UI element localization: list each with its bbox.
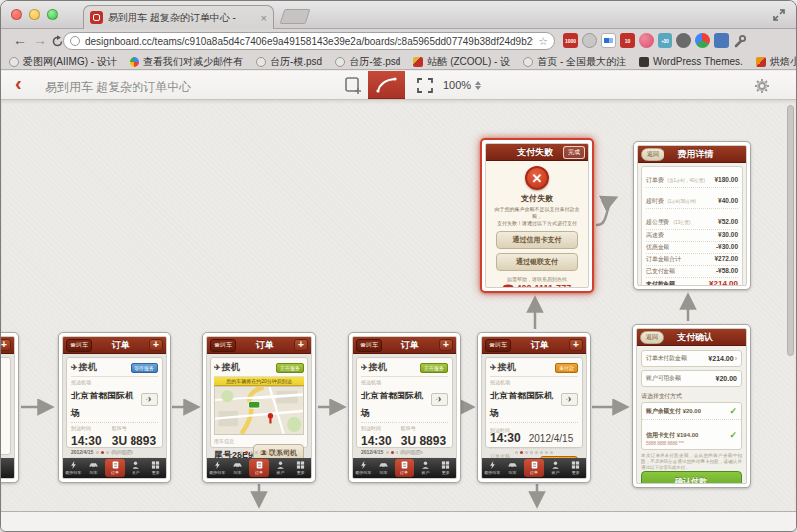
browser-tab[interactable]: 易到用车 超复杂的订单中心 - ×	[83, 5, 274, 29]
tab-account[interactable]: 账户	[415, 458, 435, 478]
new-tab-button[interactable]	[280, 9, 311, 24]
minimize-window-button[interactable]	[29, 9, 40, 20]
tab-more[interactable]: 更多	[291, 458, 311, 478]
timer-icon[interactable]: +30	[658, 33, 672, 48]
phone-frame-order-unpaid[interactable]: ☎叫车 订单 + ✈接机 未付款 抵达机场 北京首都国际机场 ✈	[477, 332, 591, 483]
delicious-icon[interactable]	[601, 33, 616, 48]
hotline-number[interactable]: ☎ 400-1111-777	[503, 283, 571, 288]
tab-account[interactable]: 账户	[126, 458, 145, 478]
phone-tabbar: 最快叫车 叫车 订单 账户 更多	[63, 458, 166, 478]
add-order-button[interactable]: +	[439, 339, 453, 351]
tab-orders[interactable]: 订单	[105, 459, 125, 477]
rss-count-icon[interactable]: 1000	[563, 33, 578, 48]
bookmark-item[interactable]: 台历-模.psd	[256, 55, 322, 69]
tab-call-car[interactable]: 叫车	[373, 458, 393, 478]
zoom-window-button[interactable]	[47, 9, 58, 20]
settings-gear-button[interactable]	[754, 78, 770, 94]
forward-button[interactable]: →	[33, 32, 47, 48]
add-order-button[interactable]: +	[294, 339, 308, 351]
back-button[interactable]: 返回	[640, 331, 664, 344]
tab-more[interactable]: 更多	[566, 458, 586, 478]
tab-fast-call[interactable]: 最快叫车	[63, 458, 83, 478]
circle-icon[interactable]	[676, 33, 691, 48]
browser-window: 易到用车 超复杂的订单中心 - × ← → designboard.cc/tea…	[0, 0, 797, 532]
error-x-icon: ✕	[525, 166, 549, 190]
call-car-button[interactable]: ☎叫车	[210, 339, 236, 352]
call-car-button[interactable]: ☎叫车	[485, 339, 511, 352]
add-frame-button[interactable]	[344, 76, 363, 95]
back-button[interactable]: 返回	[641, 148, 664, 161]
phone-frame-order-map[interactable]: ☎叫车 订单 + ✈接机 正在服务 您的车辆将在约20分钟后到达	[202, 332, 316, 483]
palette-icon[interactable]	[639, 33, 654, 48]
bookmark-item[interactable]: 查看我们对减少邮件有	[130, 55, 243, 69]
add-order-button[interactable]: +	[569, 339, 583, 351]
tab-close-icon[interactable]: ×	[261, 13, 267, 23]
card-title: ✈接机	[361, 361, 387, 374]
canvas-scrollbar-thumb[interactable]	[787, 105, 794, 356]
phone-frame-partial[interactable]: ☎ +	[1, 332, 19, 483]
tab-fast-call[interactable]: 最快叫车	[482, 458, 502, 478]
arrival-time: 14:30	[490, 433, 521, 443]
bookmark-item[interactable]: 烘焙小贴士：厨房秤	[756, 55, 797, 69]
wrench-icon[interactable]	[733, 34, 747, 48]
url-bar[interactable]: designboard.cc/teams/c910a8a5d4c7406e9a4…	[63, 32, 555, 50]
tab-orders[interactable]: 订单	[249, 459, 269, 477]
tab-account[interactable]: 账户	[270, 458, 290, 478]
plane-icon: ✈	[141, 393, 158, 406]
pickup-plane-icon: ✈	[361, 363, 368, 372]
tab-more[interactable]: 更多	[146, 458, 166, 478]
tab-more[interactable]: 更多	[436, 458, 456, 478]
phone-frame-order-inservice[interactable]: ☎叫车 订单 + ✈接机 正在服务 抵达机场 北京首都国际机场 ✈	[348, 332, 461, 483]
bookmark-item[interactable]: 首页 - 全国最大的注	[523, 55, 626, 69]
phone-frame-order-waiting[interactable]: ☎叫车 订单 + ✈接机 等待服务 抵达机场 北京首都国际机场 ✈	[58, 332, 171, 483]
fee-details-screen[interactable]: 返回 费用详情 订单费 (含1小时，40公里)¥180.00 超时费 (1小时3…	[633, 141, 751, 290]
order-card[interactable]: ✈接机 未付款 抵达机场 北京首都国际机场 ✈ 到达时间 14:30	[485, 357, 583, 448]
status-badge: 正在服务	[420, 363, 448, 373]
design-canvas[interactable]: 支付失败 完成 ✕ 支付失败 由于您的账户余额不足以支付未付款金额， 支付失败！…	[1, 100, 796, 511]
order-card[interactable]: ✈接机 正在服务 抵达机场 北京首都国际机场 ✈ 到达时间 14:30 2012…	[356, 357, 453, 448]
tab-orders[interactable]: 订单	[524, 459, 544, 477]
tab-call-car[interactable]: 叫车	[502, 458, 522, 478]
map[interactable]	[214, 386, 304, 435]
order-card[interactable]: ✈接机 等待服务 抵达机场 北京首都国际机场 ✈ 到达时间 14:30 2012…	[66, 357, 163, 448]
tab-account[interactable]: 账户	[545, 458, 565, 478]
confirm-pay-button[interactable]: 确认付款	[641, 471, 742, 484]
colorwheel-icon[interactable]	[695, 33, 710, 48]
back-button[interactable]: ←	[13, 32, 27, 48]
mail-count-icon[interactable]: 10	[620, 33, 635, 48]
zoom-stepper[interactable]	[475, 81, 481, 90]
bookmark-item[interactable]: 台历-签.psd	[335, 55, 400, 69]
board-back-button[interactable]: ‹	[15, 72, 22, 95]
fullscreen-tool-button[interactable]	[417, 78, 433, 93]
order-card[interactable]: ✈接机 正在服务 您的车辆将在约20分钟后到达	[210, 357, 308, 448]
screen-title: 订单	[513, 339, 567, 352]
unpaid-amount-row[interactable]: 订单未付款金额 ¥214.00›	[641, 350, 742, 367]
globe-icon	[523, 57, 533, 67]
pay-by-credit-card-button[interactable]: 通过信用卡支付	[496, 231, 579, 249]
bookmark-item[interactable]: 爱图网(AIIMG) - 设计	[9, 55, 117, 69]
close-window-button[interactable]	[11, 9, 22, 20]
tab-call-car[interactable]: 叫车	[83, 458, 103, 478]
add-order-button[interactable]: +	[149, 339, 163, 351]
bookmark-star-icon[interactable]: ☆	[538, 35, 548, 48]
bookmark-item[interactable]: WordPress Themes.	[639, 56, 743, 67]
balance-pay-option[interactable]: 账户余额支付 ¥20.00 ✓	[642, 403, 741, 420]
tab-call-car[interactable]: 叫车	[227, 458, 247, 478]
phone-frame-pay-confirm[interactable]: 返回 支付确认 订单未付款金额 ¥214.00› 账户可用余额 ¥20.00 请…	[632, 324, 751, 488]
screenshot-icon[interactable]	[714, 33, 729, 48]
done-button[interactable]: 完成	[563, 146, 585, 159]
call-car-button[interactable]: ☎叫车	[66, 339, 92, 352]
tab-fast-call[interactable]: 最快叫车	[353, 458, 373, 478]
zoom-control[interactable]: 100%	[443, 79, 481, 91]
pay-by-unionpay-button[interactable]: 通过银联支付	[496, 253, 579, 271]
payment-failed-screen[interactable]: 支付失败 完成 ✕ 支付失败 由于您的账户余额不足以支付未付款金额， 支付失败！…	[480, 138, 594, 293]
tab-orders[interactable]: 订单	[395, 459, 414, 477]
add-order-button[interactable]: +	[1, 339, 11, 351]
credit-card-pay-option[interactable]: 信用卡支付 ¥194.00 5888 8888 8888 *** ✓	[642, 420, 741, 449]
tab-fast-call[interactable]: 最快叫车	[207, 458, 227, 478]
bookmark-item[interactable]: 站酷 (ZCOOL) - 设	[413, 55, 510, 69]
connector-tool-button[interactable]	[368, 71, 405, 99]
globe-icon[interactable]	[582, 33, 597, 48]
call-car-button[interactable]: ☎叫车	[356, 339, 382, 352]
fullscreen-expand-icon[interactable]	[772, 8, 786, 22]
